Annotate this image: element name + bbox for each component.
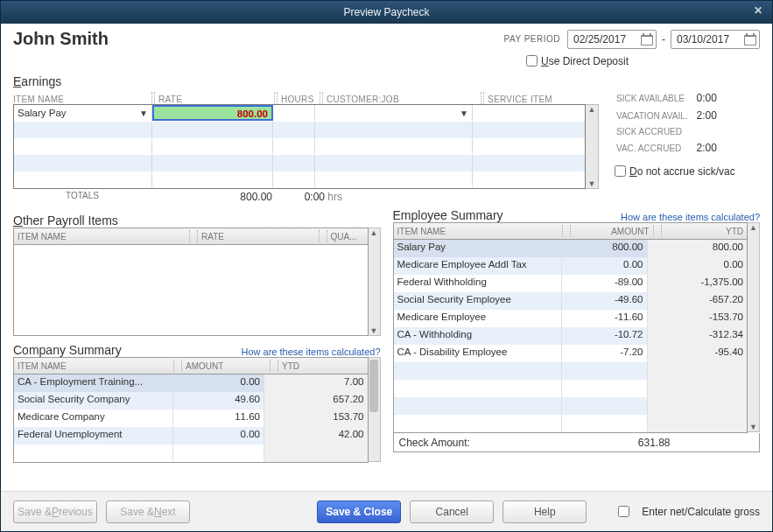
pay-period-start-text: 02/25/2017	[573, 33, 626, 46]
pay-period-start[interactable]: 02/25/2017	[567, 30, 657, 49]
employee-summary-grid[interactable]: Salary Pay800.00800.00 Medicare Employee…	[393, 240, 748, 433]
table-row: Medicare Employee-11.60-153.70	[394, 310, 748, 327]
table-row	[14, 444, 368, 462]
other-items-scrollbar[interactable]: ▲ ▼	[369, 228, 381, 336]
scrollbar-thumb[interactable]	[369, 360, 378, 412]
do-not-accrue-label[interactable]: Do not accrue sick/vac	[629, 165, 735, 178]
table-row	[394, 415, 748, 432]
totals-label: TOTALS	[13, 191, 151, 203]
table-row: Medicare Employee Addl Tax0.000.00	[394, 257, 748, 275]
company-summary-title: Company Summary	[13, 343, 242, 357]
help-button[interactable]: Help	[502, 500, 587, 523]
svg-rect-3	[650, 33, 651, 36]
other-items-header: ITEM NAME RATE QUA...	[13, 228, 369, 245]
table-row: Social Security Company49.60657.20	[14, 392, 368, 410]
scroll-down-icon[interactable]: ▼	[370, 326, 378, 335]
company-summary-scrollbar[interactable]	[369, 357, 381, 462]
earnings-rate-cell[interactable]: 800.00	[152, 105, 273, 121]
employee-calc-link[interactable]: How are these items calculated?	[621, 212, 760, 222]
svg-rect-5	[745, 37, 755, 45]
totals-rate: 800.00	[151, 191, 272, 203]
other-items-title: Other Payroll Items	[13, 214, 381, 228]
chevron-down-icon[interactable]: ▼	[139, 108, 148, 118]
company-calc-link[interactable]: How are these items calculated?	[242, 346, 381, 357]
titlebar: Preview Paycheck ✕	[1, 1, 772, 24]
cancel-button[interactable]: Cancel	[410, 500, 494, 523]
save-next-button[interactable]: Save & Next	[106, 500, 190, 523]
enter-net-checkbox[interactable]	[618, 506, 629, 517]
table-row: CA - Withholding-10.72-312.34	[394, 327, 748, 345]
scroll-up-icon[interactable]: ▲	[588, 105, 596, 114]
pay-period-end-text: 03/10/2017	[677, 33, 729, 46]
employee-summary-header: ITEM NAME AMOUNT YTD	[393, 222, 748, 240]
table-row: Salary Pay800.00800.00	[394, 240, 748, 257]
col-item: ITEM NAME	[13, 94, 151, 104]
col-hours: HOURS	[281, 94, 320, 104]
scroll-up-icon[interactable]: ▲	[749, 223, 757, 232]
col-rate: RATE	[158, 94, 274, 104]
totals-hours: 0:00	[305, 191, 325, 203]
col-service: SERVICE ITEM	[488, 94, 599, 104]
col-customer: CUSTOMER:JOB	[327, 94, 481, 104]
scroll-up-icon[interactable]: ▲	[370, 228, 378, 237]
use-direct-deposit-checkbox[interactable]	[526, 55, 538, 66]
svg-rect-7	[753, 33, 755, 36]
other-items-grid[interactable]	[13, 245, 369, 336]
do-not-accrue-checkbox[interactable]	[615, 165, 626, 177]
earnings-customer-cell[interactable]: ▼	[315, 105, 473, 121]
balance-info: SICK AVAILABLE0:00 VACATION AVAIL.2:00 S…	[611, 88, 722, 158]
save-close-button[interactable]: Save & Close	[317, 500, 401, 523]
column-resize-grip[interactable]	[481, 92, 484, 104]
calendar-icon[interactable]	[640, 32, 654, 46]
scroll-down-icon[interactable]: ▼	[588, 179, 596, 188]
column-resize-grip[interactable]	[320, 92, 323, 104]
svg-rect-2	[643, 33, 644, 36]
calendar-icon[interactable]	[743, 32, 757, 46]
enter-net-label[interactable]: Enter net/Calculate gross	[642, 506, 760, 518]
employee-summary-scrollbar[interactable]: ▲ ▼	[748, 222, 760, 432]
scroll-down-icon[interactable]: ▼	[749, 423, 757, 431]
table-row: CA - Disability Employee-7.20-95.40	[394, 345, 748, 362]
company-summary-grid[interactable]: CA - Employment Training...0.007.00 Soci…	[13, 374, 369, 463]
date-separator: -	[662, 33, 665, 46]
svg-rect-1	[642, 37, 652, 45]
table-row	[394, 362, 748, 380]
save-previous-button[interactable]: Save & Previous	[13, 500, 97, 523]
table-row: Federal Withholding-89.00-1,375.00	[394, 275, 748, 292]
check-amount-row: Check Amount: 631.88	[393, 433, 761, 452]
close-icon[interactable]: ✕	[751, 4, 765, 18]
company-summary-header: ITEM NAME AMOUNT YTD	[13, 357, 369, 374]
earnings-item-cell[interactable]: Salary Pay▼	[14, 105, 152, 121]
earnings-grid[interactable]: Salary Pay▼ 800.00 ▼	[13, 104, 586, 189]
chevron-down-icon[interactable]: ▼	[460, 108, 468, 118]
svg-rect-6	[746, 33, 748, 36]
earnings-hours-cell[interactable]	[273, 105, 315, 121]
table-row	[394, 397, 748, 415]
window-title: Preview Paycheck	[343, 6, 429, 18]
use-direct-deposit-label[interactable]: Use Direct Deposit	[541, 55, 629, 67]
employee-summary-title: Employee Summary	[393, 208, 622, 222]
pay-period-label: PAY PERIOD	[504, 34, 560, 44]
column-resize-grip[interactable]	[151, 92, 155, 104]
table-row: Medicare Company11.60153.70	[14, 410, 368, 427]
employee-name: John Smith	[13, 29, 504, 49]
earnings-service-cell[interactable]	[473, 105, 585, 121]
table-row	[394, 380, 748, 397]
earnings-title: Earnings	[13, 74, 599, 88]
pay-period-end[interactable]: 03/10/2017	[671, 30, 760, 49]
column-resize-grip[interactable]	[274, 92, 278, 104]
table-row: CA - Employment Training...0.007.00	[14, 374, 368, 392]
earnings-scrollbar[interactable]: ▲ ▼	[586, 104, 599, 189]
table-row: Federal Unemployment0.0042.00	[14, 427, 368, 444]
table-row: Social Security Employee-49.60-657.20	[394, 292, 748, 310]
